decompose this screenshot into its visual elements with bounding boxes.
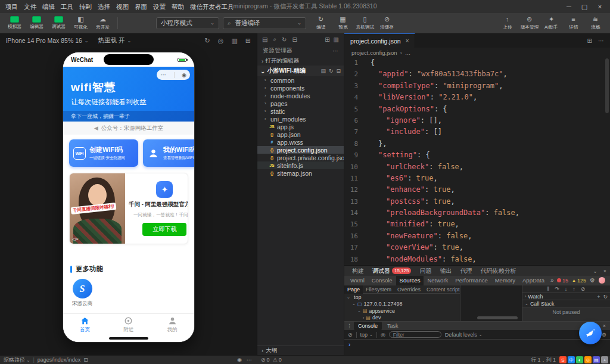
miniprogram-capsule[interactable]: ⋯ ◉: [157, 70, 190, 80]
new-file-icon[interactable]: ▤: [320, 68, 326, 74]
collapse-icon[interactable]: ⊟: [292, 36, 297, 43]
toolbar-button[interactable]: ≡ 详情: [562, 14, 584, 33]
console-filter-input[interactable]: [389, 331, 441, 338]
toolbar-button[interactable]: ▯ 真机调试: [354, 14, 376, 33]
step-into-icon[interactable]: ↓: [565, 286, 568, 292]
code-line[interactable]: 18"nodeModules": false,: [344, 254, 610, 265]
call-stack-section[interactable]: ⌄ Call Stack: [522, 300, 610, 307]
horizontal-scrollbar[interactable]: [477, 316, 518, 319]
mute-icon[interactable]: ◁×: [72, 237, 79, 242]
debugger-tab[interactable]: 构建: [348, 266, 368, 276]
expand-icon[interactable]: ⊞: [245, 37, 251, 45]
step-out-icon[interactable]: ↑: [572, 286, 575, 292]
console-tab[interactable]: Console: [354, 322, 382, 330]
more-tabs-icon[interactable]: »: [548, 277, 556, 284]
toolbar-button[interactable]: ↑ 上传: [496, 14, 518, 33]
ad-video-thumbnail[interactable]: 千问直播间限时福利! ◁×: [70, 173, 125, 244]
folder-item[interactable]: › node-modules: [257, 92, 344, 99]
refresh-icon[interactable]: ↻: [282, 36, 287, 43]
panel-layout-icon[interactable]: ▥: [334, 36, 339, 43]
create-wifi-button[interactable]: WiFi 创建WiFi码 一键链接·安全防蹭网: [69, 139, 138, 167]
toolbar-button[interactable]: ≋ 流畅: [584, 14, 606, 33]
more-icon[interactable]: ⋯: [247, 357, 252, 363]
code-line[interactable]: 8},: [344, 138, 610, 150]
split-editor-icon[interactable]: ⊞: [587, 38, 592, 44]
current-page-path[interactable]: pages/index/index: [38, 357, 81, 363]
more-icon[interactable]: ⋯: [598, 38, 604, 44]
record-icon[interactable]: ◉: [237, 357, 242, 363]
editor-scrollbar[interactable]: [604, 57, 610, 265]
collapse-icon[interactable]: ⊟: [336, 68, 341, 74]
more-icon[interactable]: ⋯: [332, 48, 338, 54]
devtools-tab[interactable]: Performance: [452, 276, 491, 285]
problems-summary[interactable]: ⊘0 ⚠0: [261, 357, 282, 363]
devtools-tab[interactable]: AppData: [519, 276, 548, 285]
code-line[interactable]: 16"newFeature": false,: [344, 231, 610, 242]
code-line[interactable]: 2"appid": "wxf80a513433fbba7c",: [344, 69, 610, 80]
devtools-settings-icon[interactable]: ⚙: [590, 277, 595, 284]
exit-icon[interactable]: ◉: [182, 72, 186, 78]
devtools-tab[interactable]: Wxml: [347, 276, 368, 285]
maximize-button[interactable]: ▢: [577, 0, 592, 13]
folder-item[interactable]: › components: [257, 84, 344, 92]
panel-close-icon[interactable]: ×: [603, 268, 606, 274]
code-line[interactable]: 1{: [344, 57, 610, 69]
app-shortcut[interactable]: S 宋游云商: [63, 273, 101, 313]
ad-download-button[interactable]: 立即下载: [142, 223, 186, 236]
copy-icon[interactable]: ⊡: [83, 357, 88, 363]
clear-console-icon[interactable]: ⊘: [348, 332, 353, 338]
code-line[interactable]: 12"enhance": true,: [344, 184, 610, 195]
folder-item[interactable]: › uni_modules: [257, 115, 344, 123]
toolbar-button[interactable]: ↻ 编译: [310, 14, 332, 33]
code-area[interactable]: 1{2"appid": "wxf80a513433fbba7c",3"compi…: [344, 57, 610, 265]
menu-item[interactable]: 微信开发者工具: [187, 0, 237, 13]
menu-item[interactable]: 选择: [95, 0, 113, 13]
menu-item[interactable]: 转到: [76, 0, 95, 13]
menu-item[interactable]: 视图: [113, 0, 132, 13]
debugger-tab[interactable]: 调试器 15,125: [368, 266, 415, 276]
code-line[interactable]: 17"coverView": true,: [344, 242, 610, 253]
menu-item[interactable]: 文件: [21, 0, 39, 13]
code-line[interactable]: 5"packOptions": {: [344, 104, 610, 115]
code-line[interactable]: 7"include": []: [344, 126, 610, 138]
close-button[interactable]: ×: [592, 0, 608, 13]
debugger-tab[interactable]: 输出: [435, 266, 456, 276]
console-settings-icon[interactable]: ⚙: [602, 332, 606, 338]
source-tab[interactable]: Content scripts: [424, 285, 460, 294]
code-line[interactable]: 13"postcss": true,: [344, 196, 610, 207]
code-line[interactable]: 11"es6": true,: [344, 173, 610, 184]
page-tree-node[interactable]: ⌄ top: [344, 294, 460, 301]
file-item[interactable]: # app.wxss: [257, 138, 344, 146]
page-tree-node[interactable]: ⌄ ▢ 127.0.0.1:27498: [344, 301, 460, 308]
console-output[interactable]: ›: [344, 340, 610, 355]
compile-mode-select[interactable]: ⌕ 普通编译 ⌄: [223, 17, 306, 29]
debugger-tab[interactable]: 代理: [456, 266, 476, 276]
more-icon[interactable]: ⋮: [347, 323, 352, 329]
code-line[interactable]: 10"urlCheck": false,: [344, 161, 610, 173]
breadcrumb-item[interactable]: project.config.json: [351, 49, 397, 56]
toolbar-button[interactable]: ✦ AI助手: [540, 14, 562, 33]
code-line[interactable]: 14"preloadBackgroundData": false,: [344, 207, 610, 219]
deactivate-breakpoints-icon[interactable]: ⊘: [581, 286, 586, 292]
debugger-tab[interactable]: 问题: [415, 266, 435, 276]
minimize-button[interactable]: ─: [561, 0, 577, 13]
menu-item[interactable]: 界面: [132, 0, 150, 13]
log-levels-select[interactable]: Default levels ⌄: [445, 332, 483, 338]
my-wifi-button[interactable]: 我的WiFi码 查看管理删除WiFi码: [143, 139, 194, 167]
source-tab[interactable]: Overrides: [394, 285, 424, 294]
more-icon[interactable]: ⋯: [160, 72, 166, 78]
ime-icon[interactable]: 中: [568, 356, 575, 363]
layers-icon[interactable]: ▥: [231, 37, 237, 45]
devtools-tab[interactable]: Console: [368, 276, 396, 285]
code-line[interactable]: 3"compileType": "miniprogram",: [344, 80, 610, 92]
console-error-count[interactable]: 15: [557, 278, 568, 284]
ime-icon[interactable]: ◐: [576, 356, 583, 363]
toolbar-button[interactable]: ▦ 预览: [332, 14, 354, 33]
page-tree-node[interactable]: ⌄ ▤ appservice: [344, 307, 460, 315]
path-mode-toggle[interactable]: 缩略路径 ⌄: [4, 356, 30, 364]
step-over-icon[interactable]: ↷: [555, 286, 559, 292]
source-tab[interactable]: Page: [344, 285, 363, 294]
add-watch-icon[interactable]: +: [597, 294, 600, 300]
tab-home[interactable]: 首页: [63, 314, 107, 336]
toolbar-button[interactable]: ⊚ 版本管理: [518, 14, 540, 33]
